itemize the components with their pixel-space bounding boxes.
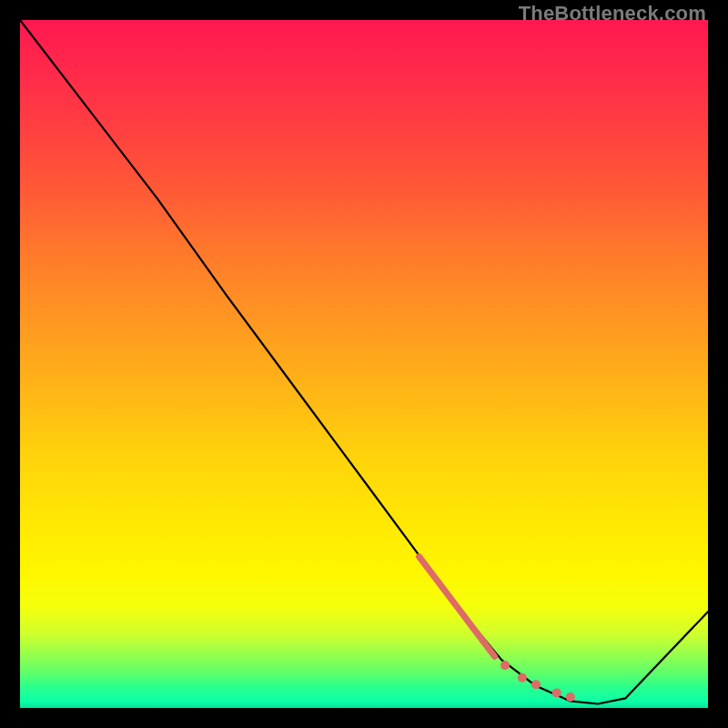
highlight-segment (420, 557, 495, 657)
highlight-dot (500, 661, 510, 670)
bottleneck-curve-line (20, 20, 708, 704)
chart-root: TheBottleneck.com (0, 0, 728, 728)
highlight-dot (552, 688, 561, 697)
highlight-dot (531, 680, 541, 689)
chart-overlay (20, 20, 708, 708)
highlight-dot (518, 673, 527, 682)
highlight-dot (566, 693, 575, 702)
